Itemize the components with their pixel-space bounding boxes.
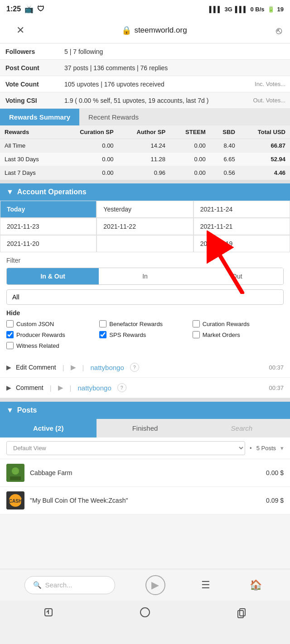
rewards-table: Rewards Curation SP Author SP STEEM SBD …	[0, 125, 290, 180]
post-item[interactable]: Cabbage Farm0.00 $	[0, 459, 290, 487]
vote-count-row: Vote Count 105 upvotes | 176 upvotes rec…	[0, 76, 290, 92]
svg-rect-10	[240, 609, 245, 616]
followers-label: Followers	[0, 45, 59, 58]
rewards-row: Last 7 Days 0.00 0.96 0.00 0.56 4.46	[0, 166, 290, 180]
close-button[interactable]: ✕	[8, 18, 33, 43]
ops-chevron-icon: ▼	[6, 188, 14, 196]
posts-controls: Default View • 5 Posts ▾	[0, 437, 290, 459]
op-badge: ?	[117, 383, 126, 392]
hide-checkbox-producer-rewards[interactable]	[6, 331, 14, 338]
op-user[interactable]: nattybongo	[78, 384, 111, 392]
post-value: 0.00 $	[266, 469, 284, 476]
posts-list: Cabbage Farm0.00 $CASH"My Bull Coin Of T…	[0, 459, 290, 514]
op-expand-icon[interactable]: ▶	[6, 384, 11, 391]
network-type: 3G	[224, 6, 232, 13]
op-play-icon[interactable]: ▶	[71, 363, 76, 371]
menu-button[interactable]: ☰	[196, 575, 216, 595]
tab-recent-rewards[interactable]: Recent Rewards	[79, 109, 148, 125]
operations-list: ▶ Edit Comment | ▶ | nattybongo ? 00:37 …	[0, 357, 290, 398]
sbd-cell: 0.56	[210, 166, 240, 180]
followers-value: 5 | 7 following	[59, 45, 290, 58]
posts-count: 5 Posts	[256, 445, 276, 452]
op-separator: |	[50, 384, 52, 392]
home-icon: 🏠	[250, 579, 262, 591]
total-cell: 66.87	[240, 139, 290, 153]
op-expand-icon[interactable]: ▶	[6, 364, 11, 371]
post-thumbnail: CASH	[6, 491, 24, 509]
posts-view-select[interactable]: Default View	[6, 441, 245, 455]
filter-tab-in&out[interactable]: In & Out	[7, 268, 99, 284]
hide-label: Hide	[6, 309, 284, 317]
author-cell: 14.24	[118, 139, 170, 153]
hide-checkbox-sps-rewards[interactable]	[99, 331, 106, 338]
hide-checkbox-item: Market Orders	[193, 331, 284, 338]
svg-text:CASH: CASH	[9, 499, 22, 504]
date-cell[interactable]: Yesterday	[97, 201, 193, 218]
date-cell[interactable]: 2021-11-24	[193, 201, 290, 218]
posts-header: ▼ Posts	[0, 402, 290, 419]
voting-csi-value: 1.9 ( 0.00 % self, 51 upvotes, 19 accoun…	[59, 94, 248, 107]
tab-rewards-summary[interactable]: Rewards Summary	[0, 109, 79, 125]
account-info-section: Followers 5 | 7 following Post Count 37 …	[0, 43, 290, 109]
play-button[interactable]: ▶	[145, 575, 165, 595]
op-user[interactable]: nattybongo	[91, 364, 124, 371]
filter-tab-in[interactable]: In	[99, 268, 191, 284]
inc-votes-button[interactable]: Inc. Votes...	[250, 78, 290, 90]
date-cell[interactable]: 2021-11-22	[97, 218, 193, 235]
period-cell: Last 30 Days	[0, 153, 59, 166]
rewards-tabs: Rewards Summary Recent Rewards	[0, 109, 290, 125]
post-item[interactable]: CASH"My Bull Coin Of The Week:Zcash"0.09…	[0, 487, 290, 514]
date-cell[interactable]: 2021-11-23	[0, 218, 97, 235]
date-cell-today[interactable]: Today	[0, 201, 97, 218]
sbd-cell: 8.40	[210, 139, 240, 153]
svg-rect-4	[10, 476, 21, 480]
hide-checkbox-market-orders[interactable]	[193, 331, 200, 338]
followers-row: Followers 5 | 7 following	[0, 43, 290, 60]
recents-button[interactable]	[233, 604, 250, 620]
search-box[interactable]: 🔍 Search...	[24, 576, 115, 594]
posts-tab-search[interactable]: Search	[193, 419, 290, 437]
back-button[interactable]	[40, 604, 57, 620]
date-cell[interactable]: 2021-11-21	[193, 218, 290, 235]
hide-checkbox-custom-json[interactable]	[6, 320, 14, 327]
posts-title: Posts	[17, 406, 37, 414]
home-system-button[interactable]	[137, 604, 153, 620]
home-button[interactable]: 🏠	[246, 575, 266, 595]
search-icon: 🔍	[33, 581, 42, 589]
section-divider-2	[0, 398, 290, 402]
steem-cell: 0.00	[170, 139, 210, 153]
filter-select[interactable]: All	[6, 289, 284, 305]
period-cell: Last 7 Days	[0, 166, 59, 180]
svg-rect-11	[238, 610, 243, 618]
date-cell[interactable]	[97, 235, 193, 252]
posts-chevron-icon: ▼	[6, 406, 14, 414]
curation-cell: 0.00	[59, 166, 118, 180]
filter-tab-out[interactable]: Out	[191, 268, 283, 284]
date-grid: TodayYesterday2021-11-242021-11-232021-1…	[0, 201, 290, 252]
url-bar[interactable]: 🔒 steemworld.org	[113, 18, 195, 43]
total-cell: 4.46	[240, 166, 290, 180]
col-rewards: Rewards	[0, 125, 59, 139]
hide-checkbox-curation-rewards[interactable]	[193, 320, 200, 327]
hide-checkbox-item: Benefactor Rewards	[99, 320, 190, 327]
posts-tab-finished[interactable]: Finished	[97, 419, 193, 437]
play-icon: ▶	[151, 579, 159, 591]
op-play-icon[interactable]: ▶	[58, 384, 63, 392]
date-cell[interactable]: 2021-11-20	[0, 235, 97, 252]
share-button[interactable]: ⎋	[276, 25, 282, 37]
hide-checkbox-benefactor-rewards[interactable]	[99, 320, 106, 327]
out-votes-button[interactable]: Out. Votes...	[248, 94, 290, 106]
tv-icon: 📺	[24, 5, 34, 14]
posts-tab-active2[interactable]: Active (2)	[0, 419, 97, 437]
hide-checkbox-label: SPS Rewards	[109, 332, 146, 338]
hide-checkbox-item: Witness Related	[6, 342, 97, 349]
date-cell[interactable]: 2021-11-19	[193, 235, 290, 252]
section-divider-1	[0, 180, 290, 183]
time-display: 1:25	[6, 5, 21, 13]
col-total: Total USD	[240, 125, 290, 139]
hide-checkbox-witness-related[interactable]	[6, 342, 14, 349]
system-nav	[0, 601, 290, 624]
op-separator: |	[63, 364, 64, 371]
rewards-row: All Time 0.00 14.24 0.00 8.40 66.87	[0, 139, 290, 153]
posts-tabs: Active (2)FinishedSearch	[0, 419, 290, 437]
